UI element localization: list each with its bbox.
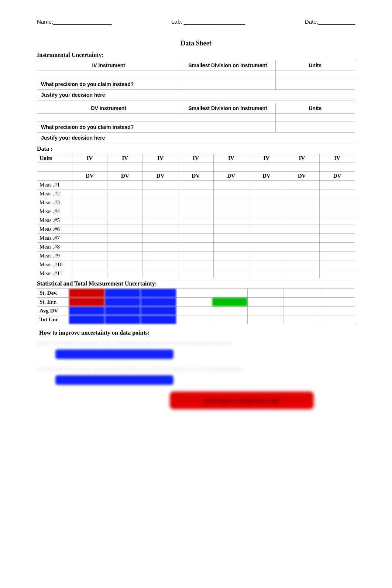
data-cell[interactable] bbox=[72, 269, 107, 278]
data-cell[interactable] bbox=[249, 181, 284, 189]
iv-units-input[interactable] bbox=[275, 71, 355, 79]
data-cell[interactable] bbox=[284, 260, 320, 269]
data-cell[interactable] bbox=[143, 225, 178, 234]
data-cell[interactable] bbox=[178, 207, 214, 216]
iv-precision-input[interactable] bbox=[180, 79, 275, 90]
data-cell[interactable] bbox=[107, 234, 143, 243]
data-cell[interactable] bbox=[249, 234, 284, 243]
dv-smallest-div-input[interactable] bbox=[180, 114, 275, 122]
dv-precision-units-input[interactable] bbox=[275, 122, 355, 133]
data-cell[interactable] bbox=[143, 207, 178, 216]
data-cell[interactable] bbox=[284, 243, 320, 252]
data-cell[interactable] bbox=[320, 207, 355, 216]
data-cell[interactable] bbox=[143, 234, 178, 243]
data-cell[interactable] bbox=[178, 260, 214, 269]
data-cell[interactable] bbox=[320, 198, 355, 207]
data-cell[interactable] bbox=[249, 225, 284, 234]
data-cell[interactable] bbox=[249, 189, 284, 198]
iv-smallest-div-input[interactable] bbox=[180, 71, 275, 79]
data-cell[interactable] bbox=[320, 234, 355, 243]
data-cell[interactable] bbox=[320, 189, 355, 198]
data-cell[interactable] bbox=[107, 216, 143, 225]
data-cell[interactable] bbox=[284, 225, 320, 234]
date-field-label[interactable]: Date:____________ bbox=[305, 18, 355, 25]
data-cell[interactable] bbox=[284, 198, 320, 207]
data-cell[interactable] bbox=[178, 189, 214, 198]
dv-instrument-input[interactable] bbox=[37, 114, 180, 122]
data-cell[interactable] bbox=[178, 181, 214, 189]
data-cell[interactable] bbox=[72, 181, 107, 189]
data-cell[interactable] bbox=[249, 216, 284, 225]
iv-precision-units-input[interactable] bbox=[275, 79, 355, 90]
data-cell[interactable] bbox=[213, 198, 249, 207]
data-cell[interactable] bbox=[72, 225, 107, 234]
data-cell[interactable] bbox=[143, 260, 178, 269]
data-cell[interactable] bbox=[178, 198, 214, 207]
data-cell[interactable] bbox=[72, 207, 107, 216]
data-cell[interactable] bbox=[320, 260, 355, 269]
data-cell[interactable] bbox=[143, 181, 178, 189]
data-cell[interactable] bbox=[107, 225, 143, 234]
data-cell[interactable] bbox=[320, 216, 355, 225]
data-cell[interactable] bbox=[213, 181, 249, 189]
data-cell[interactable] bbox=[72, 234, 107, 243]
data-cell[interactable] bbox=[178, 243, 214, 252]
data-cell[interactable] bbox=[213, 269, 249, 278]
data-cell[interactable] bbox=[320, 181, 355, 189]
name-field-label[interactable]: Name:___________________ bbox=[37, 18, 112, 25]
data-cell[interactable] bbox=[284, 181, 320, 189]
data-cell[interactable] bbox=[284, 234, 320, 243]
data-cell[interactable] bbox=[72, 216, 107, 225]
dv-precision-input[interactable] bbox=[180, 122, 275, 133]
data-cell[interactable] bbox=[72, 189, 107, 198]
data-cell[interactable] bbox=[72, 252, 107, 260]
data-cell[interactable] bbox=[178, 216, 214, 225]
iv-instrument-input[interactable] bbox=[37, 71, 180, 79]
data-cell[interactable] bbox=[72, 260, 107, 269]
data-cell[interactable] bbox=[178, 269, 214, 278]
data-cell[interactable] bbox=[178, 225, 214, 234]
data-cell[interactable] bbox=[213, 243, 249, 252]
data-cell[interactable] bbox=[143, 269, 178, 278]
data-cell[interactable] bbox=[107, 189, 143, 198]
data-cell[interactable] bbox=[249, 243, 284, 252]
data-cell[interactable] bbox=[107, 207, 143, 216]
data-cell[interactable] bbox=[143, 189, 178, 198]
data-cell[interactable] bbox=[284, 216, 320, 225]
data-cell[interactable] bbox=[284, 189, 320, 198]
data-cell[interactable] bbox=[72, 243, 107, 252]
data-cell[interactable] bbox=[107, 181, 143, 189]
data-cell[interactable] bbox=[284, 269, 320, 278]
data-cell[interactable] bbox=[249, 269, 284, 278]
data-cell[interactable] bbox=[320, 269, 355, 278]
data-cell[interactable] bbox=[213, 234, 249, 243]
data-cell[interactable] bbox=[284, 207, 320, 216]
data-cell[interactable] bbox=[107, 269, 143, 278]
data-cell[interactable] bbox=[249, 198, 284, 207]
data-cell[interactable] bbox=[213, 207, 249, 216]
data-cell[interactable] bbox=[213, 252, 249, 260]
data-cell[interactable] bbox=[143, 198, 178, 207]
data-cell[interactable] bbox=[178, 234, 214, 243]
dv-units-input[interactable] bbox=[275, 114, 355, 122]
data-cell[interactable] bbox=[143, 252, 178, 260]
data-cell[interactable] bbox=[107, 252, 143, 260]
data-cell[interactable] bbox=[143, 243, 178, 252]
data-cell[interactable] bbox=[107, 243, 143, 252]
data-cell[interactable] bbox=[249, 207, 284, 216]
data-cell[interactable] bbox=[178, 252, 214, 260]
data-cell[interactable] bbox=[213, 225, 249, 234]
data-cell[interactable] bbox=[249, 260, 284, 269]
data-cell[interactable] bbox=[72, 198, 107, 207]
data-cell[interactable] bbox=[213, 260, 249, 269]
data-cell[interactable] bbox=[213, 216, 249, 225]
data-cell[interactable] bbox=[107, 198, 143, 207]
data-cell[interactable] bbox=[320, 252, 355, 260]
data-cell[interactable] bbox=[107, 260, 143, 269]
data-cell[interactable] bbox=[320, 225, 355, 234]
data-cell[interactable] bbox=[320, 243, 355, 252]
data-cell[interactable] bbox=[249, 252, 284, 260]
data-cell[interactable] bbox=[213, 189, 249, 198]
lab-field-label[interactable]: Lab: ____________________ bbox=[171, 18, 245, 25]
unlock-button[interactable]: xxxx xxxx xx xxxxx xxxx xxxx bbox=[170, 392, 314, 409]
